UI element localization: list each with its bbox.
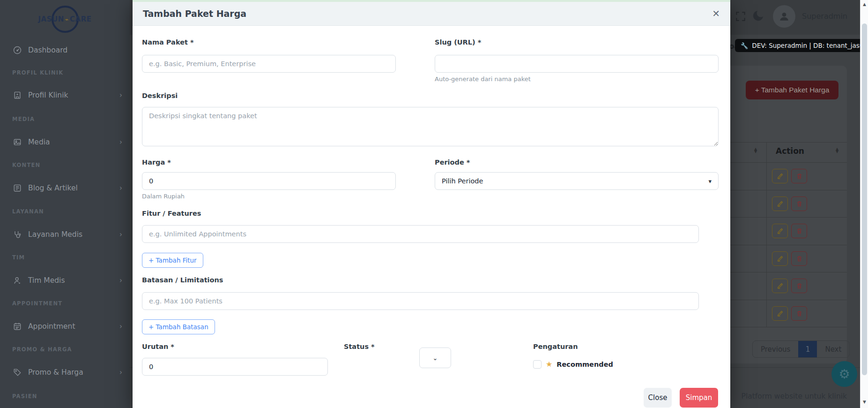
- pagination: Previous 1 Next: [752, 340, 850, 358]
- sort-icon[interactable]: ▲▼: [754, 148, 757, 153]
- chevron-right-icon: ›: [119, 138, 122, 146]
- chevron-right-icon: ›: [119, 184, 122, 192]
- periode-select[interactable]: Pilih Periode ▾: [435, 172, 719, 190]
- delete-button[interactable]: [791, 306, 807, 321]
- browser-scrollbar[interactable]: ▲ ▼: [860, 0, 868, 408]
- status-label: Status *: [344, 343, 375, 350]
- dev-tooltip-text: DEV: Superadmin | DB: tenant_jasuncare: [752, 42, 868, 49]
- tambah-batasan-button[interactable]: + Tambah Batasan: [142, 319, 215, 334]
- scroll-up-icon[interactable]: ▲: [861, 2, 868, 7]
- logo-text-1: JASUN: [38, 15, 64, 23]
- edit-button[interactable]: [772, 279, 788, 293]
- chevron-down-icon: ▾: [708, 178, 712, 185]
- edit-button[interactable]: [772, 306, 788, 321]
- sidebar-item-promo-harga[interactable]: Promo & Harga ›: [0, 365, 130, 379]
- sidebar-section-pasien: PASIEN: [12, 393, 120, 400]
- logo-text-2: CARE: [70, 15, 91, 23]
- fullscreen-icon[interactable]: [734, 10, 747, 23]
- edit-button[interactable]: [772, 169, 788, 183]
- tambah-paket-harga-modal: Tambah Paket Harga ✕ Nama Paket * Slug (…: [133, 0, 730, 408]
- wrench-icon: 🔧: [741, 42, 748, 49]
- table-header-action[interactable]: Action: [776, 146, 804, 156]
- table-column-divider: [766, 142, 767, 327]
- sidebar-item-tim-medis[interactable]: Tim Medis ›: [0, 273, 130, 287]
- chevron-right-icon: ›: [119, 230, 122, 239]
- edit-button[interactable]: [772, 251, 788, 266]
- sidebar-item-label: Appointment: [28, 322, 75, 331]
- recommended-checkbox[interactable]: [533, 360, 542, 369]
- tambah-fitur-button[interactable]: + Tambah Fitur: [142, 253, 203, 268]
- delete-button[interactable]: [791, 169, 807, 183]
- tag-icon: [12, 368, 22, 377]
- table-row-actions: [772, 224, 807, 238]
- sidebar-section-media: MEDIA: [12, 116, 120, 122]
- sidebar-item-appointment[interactable]: Appointment ›: [0, 319, 130, 333]
- user-icon: [12, 276, 22, 285]
- table-row-actions: [772, 169, 807, 183]
- clinic-building-icon: [12, 91, 22, 100]
- deskripsi-textarea[interactable]: [142, 107, 719, 146]
- chevron-right-icon: ›: [119, 368, 122, 377]
- status-select[interactable]: ⌄: [419, 348, 451, 368]
- deskripsi-label: Deskripsi: [142, 92, 178, 99]
- sidebar-section-promo-harga: PROMO & HARGA: [12, 346, 120, 353]
- sidebar: JASUN ⌁ CARE Dashboard PROFIL KLINIK Pro…: [0, 0, 130, 408]
- modal-title: Tambah Paket Harga: [143, 8, 246, 19]
- sidebar-item-blog-artikel[interactable]: Blog & Artikel ›: [0, 181, 130, 195]
- sidebar-section-tim: TIM: [12, 254, 120, 261]
- nama-paket-input[interactable]: [142, 55, 396, 73]
- sidebar-item-media[interactable]: Media ›: [0, 135, 130, 149]
- table-row-actions: [772, 251, 807, 266]
- brand-logo[interactable]: JASUN ⌁ CARE: [0, 4, 130, 35]
- urutan-label: Urutan *: [142, 343, 174, 350]
- table-row-actions: [772, 196, 807, 211]
- close-button[interactable]: Close: [644, 388, 672, 408]
- slug-hint: Auto-generate dari nama paket: [435, 76, 531, 83]
- avatar[interactable]: [773, 5, 795, 28]
- add-paket-harga-button[interactable]: + Tambah Paket Harga: [746, 81, 838, 99]
- pagination-page-1[interactable]: 1: [798, 341, 817, 357]
- scrollbar-thumb[interactable]: [862, 23, 867, 375]
- slug-input[interactable]: [435, 55, 719, 73]
- sidebar-section-profil-klinik: PROFIL KLINIK: [12, 69, 120, 76]
- sidebar-item-dashboard[interactable]: Dashboard: [0, 43, 130, 57]
- star-icon: ★: [546, 360, 552, 369]
- chevron-right-icon: ›: [119, 322, 122, 331]
- delete-button[interactable]: [791, 196, 807, 211]
- edit-button[interactable]: [772, 196, 788, 211]
- harga-input[interactable]: [142, 172, 396, 190]
- sort-icon[interactable]: ▲▼: [836, 148, 838, 153]
- recommended-label: Recommended: [556, 361, 613, 368]
- simpan-button[interactable]: Simpan: [680, 388, 718, 408]
- gauge-icon: [12, 45, 22, 55]
- slug-label: Slug (URL) *: [435, 38, 481, 46]
- table-row-actions: [772, 306, 807, 321]
- sidebar-section-konten: KONTEN: [12, 162, 120, 168]
- edit-button[interactable]: [772, 224, 788, 238]
- dev-tooltip: 🔧 DEV: Superadmin | DB: tenant_jasuncare: [735, 39, 868, 52]
- pagination-next[interactable]: Next: [817, 341, 849, 357]
- batasan-input[interactable]: [142, 292, 699, 310]
- dark-mode-moon-icon[interactable]: [751, 8, 765, 23]
- sidebar-item-label: Layanan Medis: [28, 230, 82, 239]
- heartbeat-icon: ⌁: [65, 16, 69, 23]
- sidebar-item-layanan-medis[interactable]: Layanan Medis ›: [0, 227, 130, 242]
- batasan-label: Batasan / Limitations: [142, 276, 223, 284]
- user-name[interactable]: Superadmin: [802, 12, 847, 21]
- harga-hint: Dalam Rupiah: [142, 193, 185, 200]
- pagination-previous[interactable]: Previous: [753, 341, 798, 357]
- modal-body: Nama Paket * Slug (URL) * Auto-generate …: [133, 26, 730, 408]
- scroll-down-icon[interactable]: ▼: [861, 400, 868, 404]
- settings-fab-gear-icon[interactable]: ⚙: [831, 361, 857, 387]
- urutan-input[interactable]: [142, 358, 328, 376]
- delete-button[interactable]: [791, 224, 807, 238]
- delete-button[interactable]: [791, 251, 807, 266]
- modal-header: Tambah Paket Harga ✕: [133, 2, 730, 26]
- delete-button[interactable]: [791, 279, 807, 293]
- chevron-down-icon: ⌄: [433, 355, 438, 362]
- chevron-right-icon: ›: [119, 276, 122, 285]
- periode-selected-value: Pilih Periode: [442, 177, 483, 185]
- close-icon[interactable]: ✕: [712, 9, 720, 18]
- sidebar-item-profil-klinik[interactable]: Profil Klinik ›: [0, 88, 130, 102]
- fitur-input[interactable]: [142, 225, 699, 243]
